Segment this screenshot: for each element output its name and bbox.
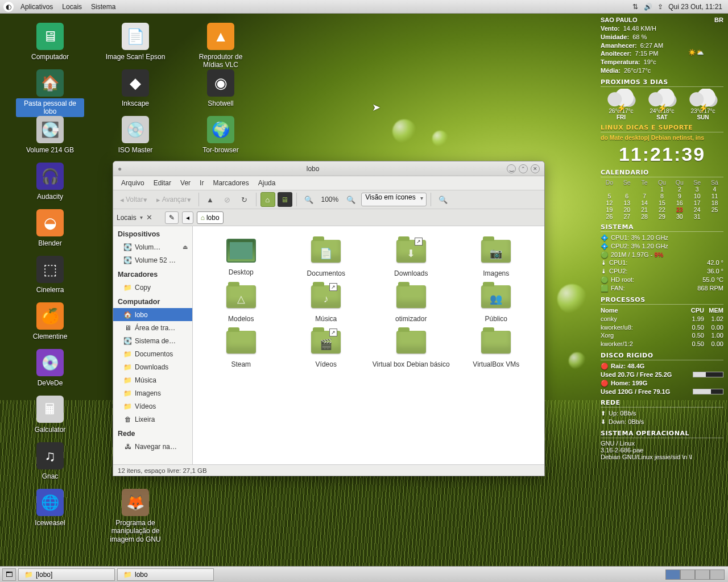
breadcrumb-lobo[interactable]: ⌂lobo [197, 211, 224, 224]
edit-path-button[interactable]: ✎ [165, 211, 179, 224]
file-item-imagens[interactable]: 📷Imagens [454, 236, 539, 277]
taskbar-item-1[interactable]: 📁[lobo] [18, 568, 115, 581]
fm-toolbar: ◂ Voltar ▾ ▸ Avançar ▾ ▲ ⊘ ↻ ⌂ 🖥 🔍 100% … [113, 190, 544, 209]
window-minimize-button[interactable]: ‿ [507, 164, 516, 173]
fm-menu-help[interactable]: Ajuda [254, 179, 280, 187]
bottom-panel: 🗔 📁[lobo] 📁lobo [0, 566, 728, 582]
sidebar-item-volume-52-[interactable]: 💽Volume 52 … [113, 253, 192, 267]
file-item-desktop[interactable]: Desktop [198, 236, 284, 277]
clock-label[interactable]: Qui 23 Out, 11:21 [668, 3, 722, 11]
window-maximize-button[interactable]: ⌃ [519, 164, 528, 173]
fm-statusbar: 12 itens, espaço livre: 27,1 GB [113, 464, 544, 476]
file-item-virtualbox-vms[interactable]: VirtualBox VMs [454, 327, 539, 368]
desktop-icon-programa-de-manipula-o-de-imagem-do-gnu[interactable]: 🦊Programa de manipulação de imagem do GN… [101, 489, 169, 544]
sidebar-item-lixeira[interactable]: 🗑Lixeira [113, 413, 192, 426]
fm-sidebar: Dispositivos💽Volum…⏏💽Volume 52 …Marcador… [113, 226, 193, 464]
sidebar-item-v-deos[interactable]: 📁Vídeos [113, 400, 192, 413]
fm-menu-bookmarks[interactable]: Marcadores [208, 179, 253, 187]
fm-menubar: Arquivo Editar Ver Ir Marcadores Ajuda [113, 176, 544, 190]
window-title: lobo [307, 165, 320, 173]
file-item-otimizador[interactable]: otimizador [369, 282, 454, 323]
workspace-switcher[interactable] [665, 569, 725, 580]
sidebar-item-copy[interactable]: 📁Copy [113, 281, 192, 294]
sidebar-item--rea-de-tra-[interactable]: 🖥Área de tra… [113, 321, 192, 334]
sidebar-item-documentos[interactable]: 📁Documentos [113, 347, 192, 360]
fm-menu-view[interactable]: Ver [176, 179, 195, 187]
view-mode-select[interactable]: Visão em ícones [361, 193, 427, 206]
fm-location-bar: Locais ▾ ✕ ✎ ◂ ⌂lobo [113, 209, 544, 226]
menu-places[interactable]: Locais [57, 3, 86, 11]
sidebar-item-imagens[interactable]: 📁Imagens [113, 386, 192, 400]
desktop-icon-iso-master[interactable]: 💿ISO Master [101, 116, 169, 155]
desktop-icon-pasta-pessoal-de-lobo[interactable]: 🏠Pasta pessoal de lobo [16, 69, 84, 117]
conky-widget: SAO PAULOBR Vento: 14.48 KM/HUmidade: 68… [601, 16, 723, 460]
fm-menu-file[interactable]: Arquivo [117, 179, 149, 187]
desktop-icon-tor-browser[interactable]: 🌍Tor-browser [187, 116, 255, 155]
distro-logo-icon[interactable]: ◐ [3, 2, 14, 12]
path-back-button[interactable]: ◂ [182, 211, 193, 224]
sidebar-item-lobo[interactable]: 🏠lobo [113, 308, 192, 321]
computer-button[interactable]: 🖥 [278, 192, 292, 207]
home-button[interactable]: ⌂ [260, 192, 275, 207]
file-item-p-blico[interactable]: 👥Público [454, 282, 539, 323]
desktop-icon-galculator[interactable]: 🖩Galculator [16, 396, 84, 435]
file-item-m-sica[interactable]: ♪↗Música [284, 282, 369, 323]
file-item-virtual-box-debian-b-sico[interactable]: Virtual box Debian básico [369, 327, 454, 368]
update-icon[interactable]: ⇪ [656, 2, 665, 11]
desktop-icon-reprodutor-de-m-dias-vlc[interactable]: ▲Reprodutor de Mídias VLC [187, 23, 255, 70]
sidebar-item-downloads[interactable]: 📁Downloads [113, 360, 192, 373]
desktop-icon-volume-214-gb[interactable]: 💽Volume 214 GB [16, 116, 84, 155]
file-item-documentos[interactable]: 📄Documentos [284, 236, 369, 277]
desktop-icon-computador[interactable]: 🖥Computador [16, 23, 84, 62]
close-places-button[interactable]: ✕ [146, 213, 152, 222]
desktop-icon-blender[interactable]: ◒Blender [16, 209, 84, 248]
desktop-icon-inkscape[interactable]: ◆Inkscape [101, 69, 169, 109]
desktop-icon-shotwell[interactable]: ◉Shotwell [187, 69, 255, 109]
digital-clock: 11:21:39 [601, 143, 723, 165]
search-button[interactable]: 🔍 [435, 192, 451, 207]
sidebar-item-m-sica[interactable]: 📁Música [113, 373, 192, 386]
window-titlebar[interactable]: ● lobo ‿ ⌃ ✕ [113, 161, 544, 176]
menu-system[interactable]: Sistema [86, 3, 120, 11]
volume-icon[interactable]: 🔊 [643, 2, 652, 11]
places-label: Locais [117, 214, 136, 222]
desktop-icon-devede[interactable]: 💿DeVeDe [16, 349, 84, 388]
file-manager-window: ● lobo ‿ ⌃ ✕ Arquivo Editar Ver Ir Marca… [113, 161, 545, 476]
sidebar-item-navegar-na-[interactable]: 🖧Navegar na… [113, 440, 192, 453]
file-item-modelos[interactable]: △Modelos [198, 282, 284, 323]
back-button[interactable]: ◂ Voltar ▾ [117, 192, 151, 207]
fm-menu-go[interactable]: Ir [195, 179, 208, 187]
desktop-icon-cinelerra[interactable]: ⬚Cinelerra [16, 256, 84, 295]
fm-menu-edit[interactable]: Editar [149, 179, 176, 187]
up-button[interactable]: ▲ [203, 192, 218, 207]
reload-button[interactable]: ↻ [237, 192, 252, 207]
taskbar-item-2[interactable]: 📁lobo [117, 568, 214, 581]
desktop-icon-image-scan-epson[interactable]: 📄Image Scan! Epson [101, 23, 169, 62]
file-item-downloads[interactable]: ⬇↗Downloads [369, 236, 454, 277]
fm-content[interactable]: Desktop📄Documentos⬇↗Downloads📷Imagens△Mo… [193, 226, 544, 464]
desktop-icon-gnac[interactable]: ♫Gnac [16, 442, 84, 481]
zoom-level: 100% [319, 196, 341, 203]
stop-button[interactable]: ⊘ [220, 192, 235, 207]
network-icon[interactable]: ⇅ [631, 2, 640, 11]
desktop-icon-audacity[interactable]: 🎧Audacity [16, 163, 84, 202]
desktop-icon-clementine[interactable]: 🍊Clementine [16, 302, 84, 342]
desktop-icon-iceweasel[interactable]: 🌐Iceweasel [16, 489, 84, 528]
file-item-v-deos[interactable]: 🎬↗Vídeos [284, 327, 369, 368]
forward-button[interactable]: ▸ Avançar ▾ [153, 192, 195, 207]
zoom-out-button[interactable]: 🔍 [301, 192, 317, 207]
show-desktop-button[interactable]: 🗔 [2, 568, 16, 581]
zoom-in-button[interactable]: 🔍 [343, 192, 359, 207]
menu-applications[interactable]: Aplicativos [16, 3, 57, 11]
file-item-steam[interactable]: Steam [198, 327, 284, 368]
top-panel: ◐ Aplicativos Locais Sistema ⇅ 🔊 ⇪ Qui 2… [0, 0, 728, 14]
sidebar-item-sistema-de-[interactable]: 💽Sistema de… [113, 334, 192, 347]
sidebar-item-volum-[interactable]: 💽Volum…⏏ [113, 240, 192, 253]
window-close-button[interactable]: ✕ [531, 164, 540, 173]
